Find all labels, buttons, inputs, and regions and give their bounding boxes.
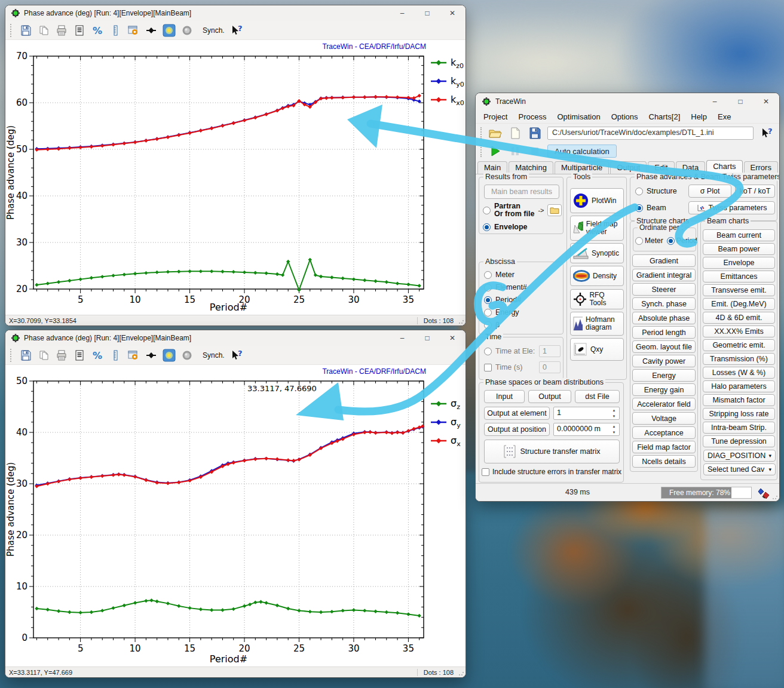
structure-chart-button-period-length[interactable]: Period length bbox=[632, 326, 696, 339]
report-icon[interactable] bbox=[72, 23, 87, 38]
close-button[interactable]: ✕ bbox=[755, 94, 777, 109]
radio-icon[interactable] bbox=[483, 223, 491, 231]
run-icon[interactable] bbox=[488, 144, 503, 158]
beam-chart-button-intra-beam-strip[interactable]: Intra-beam Strip. bbox=[703, 422, 775, 434]
structure-chart-button-gradient-integral[interactable]: Gradient integral bbox=[632, 269, 696, 281]
toolbar-drag-handle[interactable] bbox=[10, 24, 13, 37]
titlebar-bottom[interactable]: Phase advance (deg) [Run: 4][Envelope][M… bbox=[5, 330, 466, 346]
select-tuned-cav-combo[interactable]: Select tuned Cav▾ bbox=[703, 463, 776, 475]
qxy-button[interactable]: Qxy bbox=[570, 338, 624, 361]
dot-plot-icon[interactable] bbox=[162, 23, 176, 38]
exe-status-icon[interactable] bbox=[757, 486, 771, 500]
include-errors-checkbox[interactable]: Include structure errors in transfer mat… bbox=[482, 468, 621, 476]
save-icon[interactable] bbox=[19, 348, 33, 363]
close-button[interactable]: ✕ bbox=[442, 331, 463, 345]
twiss-parameters-button[interactable]: Twiss parameters bbox=[688, 201, 775, 214]
percent-icon[interactable]: % bbox=[90, 348, 105, 363]
structure-chart-button-cavity-power[interactable]: Cavity power bbox=[632, 355, 696, 367]
time-s-checkbox[interactable]: Time (s) bbox=[484, 363, 522, 371]
sphere-icon[interactable] bbox=[180, 348, 194, 363]
tab-output[interactable]: Output bbox=[610, 161, 647, 174]
checkbox-icon[interactable] bbox=[484, 364, 492, 371]
synoptic-button[interactable]: Synoptic bbox=[570, 243, 624, 263]
radio-icon[interactable] bbox=[484, 271, 492, 279]
beam-chart-button-tune-depression[interactable]: Tune depression bbox=[703, 435, 775, 447]
time-at-ele-radio[interactable]: Time at Ele: bbox=[484, 347, 535, 355]
structure-chart-button-voltage[interactable]: Voltage bbox=[632, 412, 696, 425]
input-button[interactable]: Input bbox=[484, 390, 525, 403]
beam-chart-button-stripping-loss-rate[interactable]: Stripping loss rate bbox=[703, 408, 775, 420]
structure-chart-button-synch-phase[interactable]: Synch. phase bbox=[632, 297, 696, 310]
kot-button[interactable]: koT / koT bbox=[735, 185, 775, 198]
beam-chart-button-emittances[interactable]: Emittances bbox=[703, 271, 775, 282]
beam-chart-button-4d-6d-emit[interactable]: 4D & 6D emit. bbox=[703, 312, 775, 324]
output-at-position-field[interactable]: 0.0000000 m ▲▼ bbox=[553, 423, 620, 436]
radio-icon[interactable] bbox=[635, 204, 643, 212]
beam-chart-button-emit-deg-mev[interactable]: Emit. (Deg.MeV) bbox=[703, 298, 775, 310]
radio-icon[interactable] bbox=[484, 284, 492, 291]
time-at-ele-field[interactable]: 1 bbox=[539, 345, 561, 357]
minimize-button[interactable]: – bbox=[391, 6, 413, 20]
beam-chart-button-losses-w[interactable]: Losses (W & %) bbox=[703, 367, 775, 379]
marker-line-icon[interactable] bbox=[144, 23, 158, 38]
radio-icon[interactable] bbox=[635, 188, 643, 195]
tab-edit[interactable]: Edit bbox=[648, 161, 674, 174]
marker-line-icon[interactable] bbox=[144, 348, 158, 363]
radio-icon[interactable] bbox=[484, 309, 492, 317]
beam-chart-button-transmission[interactable]: Transmission (%) bbox=[703, 353, 775, 365]
envelope-radio[interactable]: Envelope bbox=[483, 223, 528, 231]
titlebar-top[interactable]: Phase advance (deg) [Run: 4][Envelope][M… bbox=[5, 5, 466, 21]
structure-transfer-matrix-button[interactable]: Structure transfer matrix bbox=[484, 440, 620, 463]
main-beam-results-button[interactable]: Main beam results bbox=[484, 185, 559, 199]
tab-va[interactable]: VA bbox=[779, 161, 780, 174]
structure-chart-button-energy[interactable]: Energy bbox=[632, 369, 696, 382]
dst-file-button[interactable]: dst File bbox=[575, 390, 620, 403]
auto-calculation-button[interactable]: Auto calculation bbox=[547, 145, 617, 158]
menu-process[interactable]: Process bbox=[513, 112, 552, 122]
output-at-position-button[interactable]: Output at position bbox=[484, 423, 550, 436]
beam-chart-button-halo-parameters[interactable]: Halo parameters bbox=[703, 380, 775, 392]
report-icon[interactable] bbox=[72, 348, 87, 363]
partran-radio[interactable]: Partran Or from file -> bbox=[483, 202, 562, 218]
new-file-icon[interactable] bbox=[508, 126, 522, 140]
resize-grip[interactable] bbox=[772, 494, 778, 500]
menu-help[interactable]: Help bbox=[685, 112, 712, 122]
percent-icon[interactable]: % bbox=[90, 23, 105, 38]
tab-errors[interactable]: Errors bbox=[744, 161, 778, 174]
structure-chart-button-energy-gain[interactable]: Energy gain bbox=[632, 383, 696, 396]
save-icon[interactable] bbox=[19, 23, 33, 38]
beam-chart-button-xx-xx-emits[interactable]: XX.XX% Emits bbox=[703, 325, 775, 337]
beam-chart-button-beam-current[interactable]: Beam current bbox=[703, 229, 775, 241]
abscissa-energy-radio[interactable]: Energy bbox=[484, 308, 519, 317]
copy-icon[interactable] bbox=[36, 348, 51, 363]
plot-area-top[interactable]: TraceWin - CEA/DRF/Irfu/DACM 51015202530… bbox=[5, 40, 466, 315]
resize-grip[interactable] bbox=[458, 318, 464, 324]
tab-matching[interactable]: Matching bbox=[509, 161, 553, 174]
abscissa-meter-radio[interactable]: Meter bbox=[484, 271, 514, 279]
structure-radio[interactable]: Structure bbox=[635, 187, 677, 195]
save-icon[interactable] bbox=[528, 126, 542, 140]
field-map-viewer-button[interactable]: Field map viewer bbox=[570, 216, 624, 241]
options-gear-icon[interactable] bbox=[126, 348, 140, 363]
close-button[interactable]: ✕ bbox=[442, 6, 463, 20]
beam-chart-button-envelope[interactable]: Envelope bbox=[703, 257, 775, 269]
structure-chart-button-steerer[interactable]: Steerer bbox=[632, 283, 696, 296]
sigma-plot-button[interactable]: σ Plot bbox=[688, 185, 731, 198]
radio-icon[interactable] bbox=[667, 237, 675, 245]
ruler-icon[interactable] bbox=[108, 23, 122, 38]
tracewin-titlebar[interactable]: TraceWin – □ ✕ bbox=[476, 93, 779, 110]
resize-grip[interactable] bbox=[458, 670, 464, 676]
radio-icon[interactable] bbox=[635, 237, 643, 245]
checkbox-icon[interactable] bbox=[482, 468, 489, 476]
menu-charts-2[interactable]: Charts[2] bbox=[644, 112, 686, 122]
tab-multiparticle[interactable]: Multiparticle bbox=[555, 161, 609, 174]
dot-plot-icon[interactable] bbox=[162, 348, 176, 363]
menu-optimisation[interactable]: Optimisation bbox=[552, 112, 605, 122]
pause-icon[interactable] bbox=[508, 144, 522, 158]
help-cursor-icon[interactable]: ? bbox=[228, 23, 243, 38]
structure-chart-button-ncells-details[interactable]: Ncells details bbox=[632, 455, 696, 468]
structure-chart-button-geom-layout-file[interactable]: Geom. layout file bbox=[632, 340, 696, 353]
structure-chart-button-acceptance[interactable]: Acceptance bbox=[632, 426, 696, 439]
structure-chart-button-accelerator-field[interactable]: Accelerator field bbox=[632, 398, 696, 410]
abscissa-element-radio[interactable]: Element# bbox=[484, 283, 527, 291]
